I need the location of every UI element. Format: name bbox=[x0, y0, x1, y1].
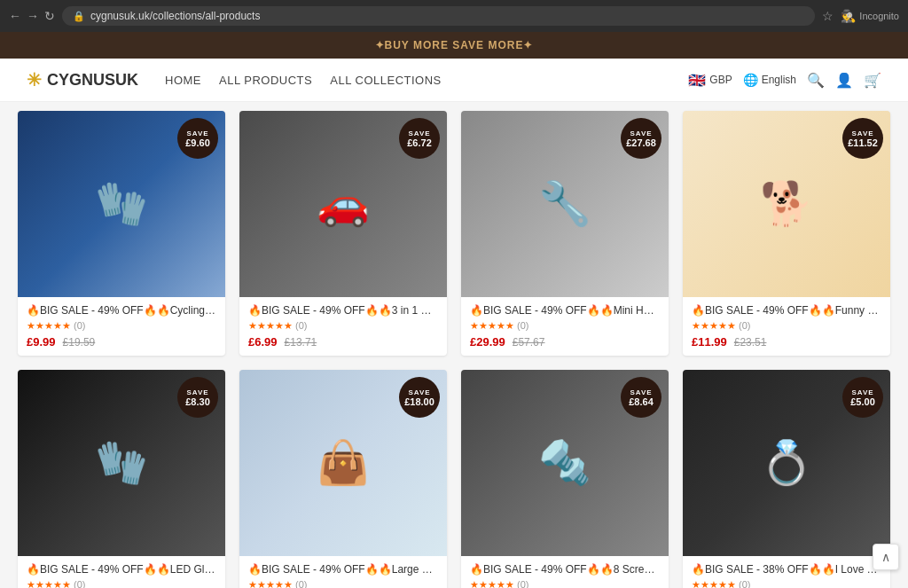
nav-all-collections[interactable]: ALL COLLECTIONS bbox=[330, 74, 442, 87]
site-logo[interactable]: ✳ CYGNUSUK bbox=[27, 69, 138, 90]
review-count: (0) bbox=[74, 320, 85, 331]
product-info: 🔥BIG SALE - 49% OFF🔥🔥Large Capacity... ★… bbox=[239, 556, 447, 588]
price-original: £19.59 bbox=[63, 336, 96, 349]
product-rating: ★★★★★ (0) bbox=[248, 320, 438, 332]
address-bar[interactable]: 🔒 cygnusuk.uk/collections/all-products bbox=[62, 6, 815, 26]
save-amount: £18.00 bbox=[404, 396, 434, 407]
search-button[interactable]: 🔍 bbox=[807, 72, 825, 89]
product-image: 🧤 SAVE £8.30 bbox=[18, 370, 225, 556]
save-label: SAVE bbox=[186, 388, 208, 396]
product-title: 🔥BIG SALE - 38% OFF🔥🔥I Love You Forev... bbox=[692, 563, 881, 576]
back-button[interactable]: ← bbox=[9, 9, 21, 23]
product-title: 🔥BIG SALE - 49% OFF🔥🔥LED Gloves with... bbox=[27, 563, 216, 576]
search-icon: 🔍 bbox=[807, 72, 825, 89]
product-info: 🔥BIG SALE - 49% OFF🔥🔥Cycling Running... … bbox=[18, 297, 225, 356]
browser-actions: ☆ 🕵 Incognito bbox=[822, 9, 899, 23]
incognito-label: Incognito bbox=[859, 11, 899, 21]
products-section: 🧤 SAVE £9.60 🔥BIG SALE - 49% OFF🔥🔥Cyclin… bbox=[0, 102, 908, 588]
product-card-6[interactable]: 👜 SAVE £18.00 🔥BIG SALE - 49% OFF🔥🔥Large… bbox=[239, 370, 447, 588]
save-badge: SAVE £18.00 bbox=[399, 377, 440, 418]
price-original: £57.67 bbox=[513, 336, 545, 349]
incognito-badge: 🕵 Incognito bbox=[841, 9, 899, 23]
site-header: ✳ CYGNUSUK HOME ALL PRODUCTS ALL COLLECT… bbox=[0, 59, 908, 102]
stars: ★★★★★ bbox=[248, 579, 293, 588]
flag-icon: 🇬🇧 bbox=[688, 72, 706, 89]
user-icon: 👤 bbox=[835, 72, 853, 89]
language-selector[interactable]: 🌐 English bbox=[743, 73, 796, 87]
review-count: (0) bbox=[517, 320, 528, 331]
save-badge: SAVE £5.00 bbox=[842, 377, 883, 418]
product-rating: ★★★★★ (0) bbox=[248, 579, 438, 588]
secure-icon: 🔒 bbox=[73, 11, 85, 22]
product-rating: ★★★★★ (0) bbox=[470, 579, 660, 588]
stars: ★★★★★ bbox=[692, 579, 736, 588]
product-title: 🔥BIG SALE - 49% OFF🔥🔥3 in 1 High... bbox=[248, 304, 438, 317]
stars: ★★★★★ bbox=[470, 320, 514, 331]
save-label: SAVE bbox=[408, 129, 430, 137]
currency-label: GBP bbox=[709, 74, 732, 86]
promo-banner: ✦BUY MORE SAVE MORE✦ bbox=[0, 32, 908, 59]
product-title: 🔥BIG SALE - 49% OFF🔥🔥8 Screwdrivers in..… bbox=[470, 563, 660, 576]
product-info: 🔥BIG SALE - 49% OFF🔥🔥3 in 1 High... ★★★★… bbox=[239, 297, 447, 356]
refresh-button[interactable]: ↻ bbox=[44, 9, 55, 23]
product-image: 🚗 SAVE £6.72 bbox=[239, 111, 447, 297]
product-info: 🔥BIG SALE - 49% OFF🔥🔥Funny Humping... ★★… bbox=[683, 297, 890, 356]
save-badge: SAVE £8.64 bbox=[621, 377, 661, 418]
products-grid: 🧤 SAVE £9.60 🔥BIG SALE - 49% OFF🔥🔥Cyclin… bbox=[18, 111, 890, 588]
stars: ★★★★★ bbox=[692, 320, 736, 331]
save-amount: £8.64 bbox=[629, 396, 654, 407]
product-rating: ★★★★★ (0) bbox=[470, 320, 660, 332]
product-card-2[interactable]: 🚗 SAVE £6.72 🔥BIG SALE - 49% OFF🔥🔥3 in 1… bbox=[239, 111, 447, 356]
product-image: 🔧 SAVE £27.68 bbox=[461, 111, 669, 297]
product-image: 🐕 SAVE £11.52 bbox=[683, 111, 890, 297]
save-badge: SAVE £11.52 bbox=[842, 118, 883, 159]
review-count: (0) bbox=[739, 320, 750, 331]
browser-controls: ← → ↻ bbox=[9, 9, 55, 23]
stars: ★★★★★ bbox=[248, 320, 293, 331]
header-actions: 🇬🇧 GBP 🌐 English 🔍 👤 🛒 bbox=[688, 72, 881, 89]
stars: ★★★★★ bbox=[27, 320, 71, 331]
product-image: 💍 SAVE £5.00 bbox=[683, 370, 890, 556]
save-badge: SAVE £9.60 bbox=[177, 118, 218, 159]
save-amount: £6.72 bbox=[407, 137, 432, 148]
product-rating: ★★★★★ (0) bbox=[27, 320, 216, 332]
price-original: £13.71 bbox=[285, 336, 317, 349]
globe-icon: 🌐 bbox=[743, 73, 758, 87]
product-card-8[interactable]: 💍 SAVE £5.00 🔥BIG SALE - 38% OFF🔥🔥I Love… bbox=[683, 370, 890, 588]
save-label: SAVE bbox=[630, 129, 652, 137]
logo-text: CYGNUSUK bbox=[47, 71, 138, 90]
save-amount: £9.60 bbox=[185, 137, 210, 148]
product-card-5[interactable]: 🧤 SAVE £8.30 🔥BIG SALE - 49% OFF🔥🔥LED Gl… bbox=[18, 370, 225, 588]
product-prices: £9.99 £19.59 bbox=[27, 335, 216, 349]
price-current: £6.99 bbox=[248, 335, 278, 349]
product-rating: ★★★★★ (0) bbox=[692, 320, 881, 332]
scroll-top-button[interactable]: ∧ bbox=[873, 544, 899, 570]
forward-button[interactable]: → bbox=[27, 9, 39, 23]
product-rating: ★★★★★ (0) bbox=[27, 579, 216, 588]
review-count: (0) bbox=[739, 579, 750, 588]
chevron-up-icon: ∧ bbox=[881, 550, 890, 564]
main-nav: HOME ALL PRODUCTS ALL COLLECTIONS bbox=[165, 74, 661, 87]
product-prices: £11.99 £23.51 bbox=[692, 335, 881, 349]
cart-button[interactable]: 🛒 bbox=[864, 72, 881, 89]
save-amount: £8.30 bbox=[185, 396, 210, 407]
save-label: SAVE bbox=[408, 388, 430, 396]
product-image: 👜 SAVE £18.00 bbox=[239, 370, 447, 556]
review-count: (0) bbox=[295, 320, 307, 331]
price-original: £23.51 bbox=[734, 336, 767, 349]
product-card-4[interactable]: 🐕 SAVE £11.52 🔥BIG SALE - 49% OFF🔥🔥Funny… bbox=[683, 111, 890, 356]
product-card-1[interactable]: 🧤 SAVE £9.60 🔥BIG SALE - 49% OFF🔥🔥Cyclin… bbox=[18, 111, 225, 356]
star-icon[interactable]: ☆ bbox=[822, 9, 834, 23]
product-card-3[interactable]: 🔧 SAVE £27.68 🔥BIG SALE - 49% OFF🔥🔥Mini … bbox=[461, 111, 669, 356]
stars: ★★★★★ bbox=[27, 579, 71, 588]
product-info: 🔥BIG SALE - 38% OFF🔥🔥I Love You Forev...… bbox=[683, 556, 890, 588]
price-current: £29.99 bbox=[470, 335, 505, 349]
language-label: English bbox=[762, 74, 796, 86]
save-amount: £11.52 bbox=[848, 137, 878, 148]
nav-all-products[interactable]: ALL PRODUCTS bbox=[219, 74, 312, 87]
currency-selector[interactable]: 🇬🇧 GBP bbox=[688, 72, 732, 89]
nav-home[interactable]: HOME bbox=[165, 74, 201, 87]
account-button[interactable]: 👤 bbox=[835, 72, 853, 89]
product-title: 🔥BIG SALE - 49% OFF🔥🔥Large Capacity... bbox=[248, 563, 438, 576]
product-card-7[interactable]: 🔩 SAVE £8.64 🔥BIG SALE - 49% OFF🔥🔥8 Scre… bbox=[461, 370, 669, 588]
